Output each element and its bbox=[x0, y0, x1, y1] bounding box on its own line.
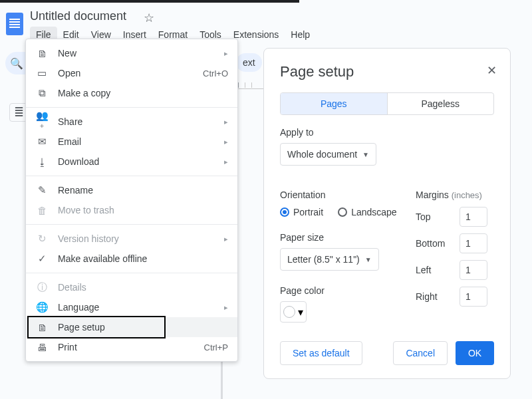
menu-item-label: Make available offline bbox=[58, 253, 147, 264]
file-menu-dropdown: 🗎 New ▸ ▭ Open Ctrl+O ⧉ Make a copy 👥⁺ S… bbox=[25, 39, 238, 362]
caret-down-icon: ▾ bbox=[298, 306, 303, 319]
rename-icon: ✎ bbox=[35, 184, 49, 196]
dialog-title: Page setup bbox=[280, 63, 494, 80]
apply-to-label: Apply to bbox=[280, 127, 494, 138]
menu-item-label: Email bbox=[58, 136, 81, 147]
search-icon: 🔍 bbox=[10, 57, 23, 70]
margin-left-row: Left bbox=[416, 260, 494, 280]
menu-item-language[interactable]: 🌐 Language ▸ bbox=[26, 297, 237, 317]
margins-label: Margins (inches) bbox=[416, 190, 494, 200]
margin-left-label: Left bbox=[416, 265, 453, 275]
close-icon[interactable]: ✕ bbox=[487, 63, 497, 78]
chevron-right-icon: ▸ bbox=[224, 303, 228, 312]
copy-icon: ⧉ bbox=[35, 87, 49, 99]
margin-top-input[interactable] bbox=[460, 207, 487, 227]
margin-right-label: Right bbox=[416, 291, 453, 302]
select-value: Whole document bbox=[287, 149, 357, 160]
menu-item-version-history[interactable]: ↻ Version history ▸ bbox=[26, 229, 237, 249]
paper-size-select[interactable]: Letter (8.5" x 11") ▼ bbox=[280, 248, 379, 271]
toolbar-style-fragment[interactable]: ext bbox=[236, 53, 262, 72]
menu-item-rename[interactable]: ✎ Rename bbox=[26, 180, 237, 200]
globe-icon: 🌐 bbox=[35, 301, 49, 313]
caret-down-icon: ▼ bbox=[365, 256, 372, 263]
margin-bottom-label: Bottom bbox=[416, 238, 453, 249]
menu-item-label: Share bbox=[58, 116, 82, 127]
app-header: Untitled document ☆ File Edit View Inser… bbox=[0, 4, 532, 44]
chevron-right-icon: ▸ bbox=[224, 118, 228, 126]
shortcut-label: Ctrl+P bbox=[204, 342, 228, 352]
tab-pages[interactable]: Pages bbox=[281, 93, 387, 114]
window-top-border bbox=[0, 0, 299, 3]
menu-item-label: Page setup bbox=[58, 322, 105, 332]
new-icon: 🗎 bbox=[35, 48, 49, 59]
menu-item-label: Make a copy bbox=[58, 88, 110, 98]
ok-button[interactable]: OK bbox=[456, 341, 494, 365]
color-swatch bbox=[283, 306, 295, 318]
page-icon: 🗎 bbox=[35, 322, 49, 333]
print-icon: 🖶 bbox=[35, 342, 49, 353]
menu-item-share[interactable]: 👥⁺ Share ▸ bbox=[26, 112, 237, 132]
menu-item-details[interactable]: ⓘ Details bbox=[26, 277, 237, 297]
orientation-label: Orientation bbox=[280, 190, 397, 200]
margin-top-label: Top bbox=[416, 211, 453, 222]
margin-right-input[interactable] bbox=[460, 287, 487, 307]
menu-item-label: Version history bbox=[58, 233, 119, 244]
radio-landscape[interactable]: Landscape bbox=[338, 207, 397, 217]
chevron-right-icon: ▸ bbox=[224, 158, 228, 166]
apply-to-select[interactable]: Whole document ▼ bbox=[280, 143, 376, 166]
radio-icon bbox=[280, 207, 289, 217]
menu-item-new[interactable]: 🗎 New ▸ bbox=[26, 43, 237, 63]
page-setup-dialog: Page setup ✕ Pages Pageless Apply to Who… bbox=[263, 48, 511, 379]
page-setup-tabs: Pages Pageless bbox=[280, 92, 494, 115]
menu-item-label: Rename bbox=[58, 185, 93, 196]
menu-separator bbox=[26, 273, 237, 273]
folder-icon: ▭ bbox=[35, 67, 49, 79]
menu-separator bbox=[26, 176, 237, 176]
menu-item-page-setup[interactable]: 🗎 Page setup bbox=[26, 317, 237, 337]
caret-down-icon: ▼ bbox=[362, 151, 369, 158]
menu-item-label: New bbox=[58, 48, 76, 59]
email-icon: ✉ bbox=[35, 136, 49, 148]
menu-item-download[interactable]: ⭳ Download ▸ bbox=[26, 152, 237, 172]
tab-pageless[interactable]: Pageless bbox=[387, 93, 494, 114]
menu-item-make-available-offline[interactable]: ✓ Make available offline bbox=[26, 249, 237, 269]
menu-item-label: Open bbox=[58, 68, 80, 78]
ruler[interactable] bbox=[238, 80, 265, 89]
history-icon: ↻ bbox=[35, 233, 49, 245]
search-menus-button[interactable]: 🔍 bbox=[5, 52, 28, 74]
menu-help[interactable]: Help bbox=[285, 27, 316, 43]
margin-bottom-row: Bottom bbox=[416, 233, 494, 253]
share-icon: 👥⁺ bbox=[35, 110, 49, 134]
radio-portrait[interactable]: Portrait bbox=[280, 207, 323, 217]
margin-bottom-input[interactable] bbox=[460, 233, 487, 253]
docs-logo-icon[interactable] bbox=[6, 13, 23, 35]
radio-icon bbox=[338, 207, 347, 217]
margin-left-input[interactable] bbox=[460, 260, 487, 280]
menu-separator bbox=[26, 107, 237, 108]
menu-item-label: Details bbox=[58, 282, 86, 293]
menu-item-label: Download bbox=[58, 156, 99, 167]
margin-top-row: Top bbox=[416, 207, 494, 227]
offline-icon: ✓ bbox=[35, 253, 49, 265]
select-value: Letter (8.5" x 11") bbox=[287, 254, 360, 265]
chevron-right-icon: ▸ bbox=[224, 138, 228, 146]
cancel-button[interactable]: Cancel bbox=[393, 341, 448, 365]
chevron-right-icon: ▸ bbox=[224, 235, 228, 243]
shortcut-label: Ctrl+O bbox=[203, 68, 228, 78]
dialog-actions: Set as default Cancel OK bbox=[280, 341, 494, 365]
page-color-picker[interactable]: ▾ bbox=[280, 301, 307, 323]
chevron-right-icon: ▸ bbox=[224, 49, 228, 58]
menu-item-make-a-copy[interactable]: ⧉ Make a copy bbox=[26, 83, 237, 103]
page-color-label: Page color bbox=[280, 285, 397, 296]
menu-item-open[interactable]: ▭ Open Ctrl+O bbox=[26, 63, 237, 83]
menu-item-move-to-trash: 🗑 Move to trash bbox=[26, 200, 237, 220]
menu-item-label: Print bbox=[58, 342, 77, 352]
margin-right-row: Right bbox=[416, 287, 494, 307]
menu-item-email[interactable]: ✉ Email ▸ bbox=[26, 132, 237, 152]
trash-icon: 🗑 bbox=[35, 205, 49, 216]
menu-item-print[interactable]: 🖶 Print Ctrl+P bbox=[26, 337, 237, 357]
document-title[interactable]: Untitled document bbox=[30, 9, 126, 23]
star-icon[interactable]: ☆ bbox=[144, 11, 154, 25]
info-icon: ⓘ bbox=[35, 281, 49, 294]
set-as-default-button[interactable]: Set as default bbox=[280, 341, 362, 365]
